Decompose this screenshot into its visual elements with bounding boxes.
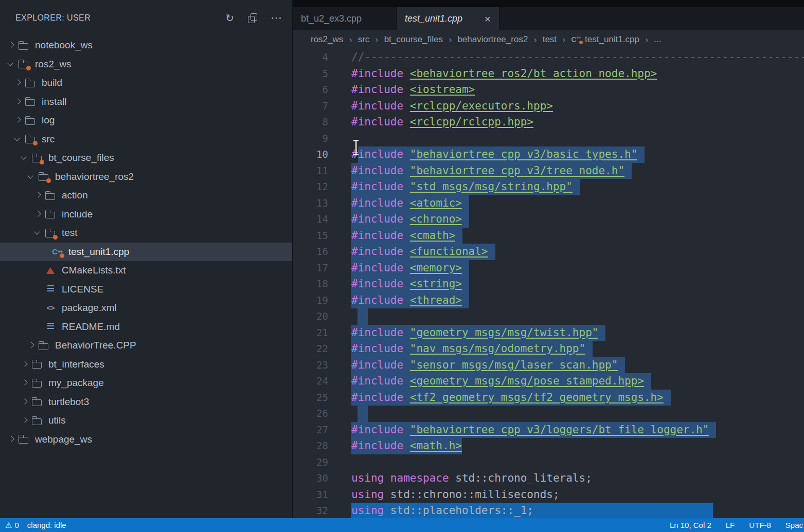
tree-item-label: README.md — [62, 321, 120, 333]
code-line-31[interactable]: 31using std::chrono::milliseconds; — [293, 487, 804, 503]
tree-item-src[interactable]: src — [0, 130, 292, 149]
tree-item-utils[interactable]: utils — [0, 411, 292, 430]
chevron-right-icon[interactable] — [6, 435, 17, 444]
code-line-19[interactable]: 19#include <thread> — [293, 292, 804, 309]
chevron-down-icon[interactable] — [26, 172, 37, 181]
code-line-28[interactable]: 28#include <math.h> — [293, 438, 804, 454]
chevron-right-icon[interactable] — [26, 341, 37, 350]
code-line-25[interactable]: 25#include <tf2_geometry_msgs/tf2_geomet… — [293, 390, 804, 406]
tree-item-include[interactable]: include — [0, 205, 292, 224]
code-line-6[interactable]: 6#include <iostream> — [293, 82, 804, 98]
indent-spacer — [33, 303, 44, 313]
code-line-9[interactable]: 9 — [293, 131, 804, 147]
tree-item-turtlebot3[interactable]: turtlebot3 — [0, 393, 292, 412]
code-line-12[interactable]: 12#include "std_msgs/msg/string.hpp" — [293, 179, 804, 195]
clangd-status[interactable]: clangd: idle — [27, 521, 66, 529]
encoding-indicator[interactable]: UTF-8 — [749, 521, 771, 529]
code-area[interactable]: 4//-------------------------------------… — [293, 49, 804, 518]
code-line-16[interactable]: 16#include <functional> — [293, 244, 804, 260]
code-line-8[interactable]: 8#include <rclcpp/rclcpp.hpp> — [293, 114, 804, 131]
tree-item-bt-course-files[interactable]: bt_course_files — [0, 149, 292, 168]
code-line-14[interactable]: 14#include <chrono> — [293, 211, 804, 228]
breadcrumb-item-ros2-ws[interactable]: ros2_ws — [311, 34, 343, 45]
code-line-23[interactable]: 23#include "sensor_msgs/msg/laser_scan.h… — [293, 357, 804, 374]
breadcrumb-item-test[interactable]: test — [543, 34, 557, 45]
tree-item-test-unit1-cpp[interactable]: C++test_unit1.cpp — [0, 243, 292, 262]
tree-item-package-xml[interactable]: <>package.xml — [0, 299, 292, 318]
selection-tail — [462, 211, 469, 228]
tree-item-action[interactable]: action — [0, 186, 292, 205]
chevron-right-icon[interactable] — [20, 397, 30, 407]
tab-bt-u2-ex3-cpp[interactable]: bt_u2_ex3.cpp — [293, 7, 397, 30]
close-icon[interactable]: × — [485, 13, 491, 24]
code-line-11[interactable]: 11#include "behaviortree_cpp_v3/tree_nod… — [293, 163, 804, 179]
chevron-right-icon[interactable] — [6, 41, 17, 50]
tree-item-webpage-ws[interactable]: webpage_ws — [0, 430, 292, 449]
code-line-7[interactable]: 7#include <rclcpp/executors.hpp> — [293, 98, 804, 115]
code-line-10[interactable]: 10#include "behaviortree_cpp_v3/basic_ty… — [293, 146, 804, 163]
refresh-icon[interactable]: ↻ — [225, 13, 234, 23]
collapse-folders-icon[interactable] — [247, 13, 257, 23]
chevron-right-icon[interactable] — [33, 191, 44, 200]
tree-item-build[interactable]: build — [0, 74, 292, 93]
code-token: "geometry_msgs/msg/twist.hpp" — [410, 325, 599, 341]
chevron-right-icon[interactable] — [20, 416, 30, 425]
code-line-26[interactable]: 26 — [293, 406, 804, 422]
tree-item-notebook-ws[interactable]: notebook_ws — [0, 36, 292, 55]
breadcrumb-item-[interactable]: ... — [654, 34, 661, 45]
code-line-20[interactable]: 20 — [293, 308, 804, 325]
tree-item-test[interactable]: test — [0, 224, 292, 243]
tab-test-unit1-cpp[interactable]: test_unit1.cpp × — [397, 7, 499, 30]
line-text — [351, 406, 368, 422]
code-line-21[interactable]: 21#include "geometry_msgs/msg/twist.hpp" — [293, 325, 804, 341]
tree-item-readme-md[interactable]: README.md — [0, 318, 292, 337]
breadcrumb-item-behaviortree-ros2[interactable]: behaviortree_ros2 — [457, 34, 528, 45]
tree-item-install[interactable]: install — [0, 93, 292, 112]
chevron-right-icon[interactable] — [20, 378, 30, 388]
cursor-position[interactable]: Ln 10, Col 2 — [670, 521, 711, 529]
code-token: <rclcpp/rclcpp.hpp> — [410, 114, 533, 131]
chevron-right-icon[interactable] — [13, 116, 24, 125]
line-number: 25 — [293, 390, 328, 406]
code-line-15[interactable]: 15#include <cmath> — [293, 228, 804, 244]
breadcrumb-item-src[interactable]: src — [358, 34, 370, 45]
line-number: 32 — [293, 503, 328, 518]
breadcrumb-item-bt-course-files[interactable]: bt_course_files — [384, 34, 443, 45]
tree-item-ros2-ws[interactable]: ros2_ws — [0, 55, 292, 74]
code-line-27[interactable]: 27#include "behaviortree_cpp_v3/loggers/… — [293, 422, 804, 438]
indentation-indicator[interactable]: Spac — [785, 521, 803, 529]
chevron-right-icon[interactable] — [33, 210, 44, 219]
tree-item-bt-interfaces[interactable]: bt_interfaces — [0, 355, 292, 374]
tree-item-behaviortree-cpp[interactable]: BehaviorTree.CPP — [0, 336, 292, 355]
chevron-down-icon[interactable] — [33, 228, 44, 237]
chevron-down-icon[interactable] — [6, 60, 17, 69]
code-line-17[interactable]: 17#include <memory> — [293, 260, 804, 277]
code-line-30[interactable]: 30using namespace std::chrono_literals; — [293, 470, 804, 487]
code-line-32[interactable]: 32using std::placeholders::_1; — [293, 503, 804, 518]
code-line-24[interactable]: 24#include <geometry_msgs/msg/pose_stamp… — [293, 373, 804, 390]
selection-tail — [455, 228, 462, 244]
chevron-right-icon[interactable] — [13, 97, 24, 106]
code-line-29[interactable]: 29 — [293, 454, 804, 471]
chevron-right-icon[interactable] — [13, 78, 24, 87]
tree-item-license[interactable]: LICENSE — [0, 280, 292, 299]
code-line-4[interactable]: 4//-------------------------------------… — [293, 49, 804, 66]
tree-item-log[interactable]: log — [0, 111, 292, 130]
code-token: #include — [351, 357, 410, 374]
line-text: #include "geometry_msgs/msg/twist.hpp" — [351, 325, 605, 341]
eol-indicator[interactable]: LF — [726, 521, 735, 529]
code-line-13[interactable]: 13#include <atomic> — [293, 195, 804, 212]
tree-item-my-package[interactable]: my_package — [0, 374, 292, 393]
more-actions-icon[interactable]: ⋯ — [271, 12, 282, 24]
chevron-right-icon[interactable] — [20, 360, 30, 369]
breadcrumb-item-test-unit1-cpp[interactable]: test_unit1.cpp — [585, 34, 639, 45]
code-line-18[interactable]: 18#include <string> — [293, 276, 804, 292]
code-line-5[interactable]: 5#include <behaviortree_ros2/bt_action_n… — [293, 66, 804, 82]
tree-item-behaviortree-ros2[interactable]: behaviortree_ros2 — [0, 168, 292, 187]
tree-item-label: install — [42, 96, 67, 107]
chevron-down-icon[interactable] — [13, 135, 24, 144]
tree-item-cmakelists-txt[interactable]: CMakeLists.txt — [0, 261, 292, 280]
code-line-22[interactable]: 22#include "nav_msgs/msg/odometry.hpp" — [293, 341, 804, 357]
chevron-down-icon[interactable] — [20, 153, 30, 162]
problems-indicator[interactable]: ⚠ 0 — [5, 521, 19, 530]
